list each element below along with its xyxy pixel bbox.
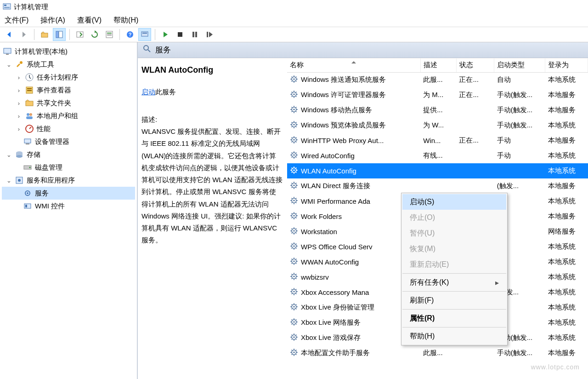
svg-line-182 [292, 278, 293, 279]
expand-icon[interactable]: › [16, 126, 22, 132]
tree-performance[interactable]: › 性能 [2, 122, 135, 135]
svg-point-194 [293, 291, 295, 293]
table-row[interactable]: Windows 许可证管理器服务为 M...正在...手动(触发...本地服务 [287, 87, 588, 103]
service-name: Xbox Live 游戏保存 [301, 333, 361, 342]
tree-root[interactable]: 计算机管理(本地) [2, 45, 135, 58]
menu-item[interactable]: 属性(R) [402, 310, 506, 326]
stop-button[interactable] [174, 28, 187, 41]
play-button[interactable] [159, 28, 172, 41]
pause-button[interactable] [188, 28, 201, 41]
col-desc[interactable]: 描述 [420, 58, 456, 72]
service-name: Workstation [301, 228, 337, 235]
tree-label: 系统工具 [27, 60, 54, 69]
service-name: WLAN AutoConfig [301, 167, 356, 175]
svg-line-71 [296, 111, 297, 112]
tree-services-apps[interactable]: ⌄ 服务和应用程序 [2, 174, 135, 187]
tree-device-manager[interactable]: 设备管理器 [2, 135, 135, 148]
refresh-button[interactable] [88, 28, 101, 41]
svg-line-191 [296, 293, 297, 294]
restart-button[interactable] [203, 28, 216, 41]
storage-icon [15, 150, 24, 159]
menu-help[interactable]: 帮助(H) [113, 16, 138, 25]
back-button[interactable] [3, 28, 16, 41]
tree-shared-folders[interactable]: › 共享文件夹 [2, 97, 135, 109]
svg-text:?: ? [129, 32, 132, 37]
up-button[interactable] [38, 28, 51, 41]
expand-icon[interactable]: › [16, 100, 22, 107]
expand-icon[interactable]: › [16, 87, 22, 94]
table-row[interactable]: Wired AutoConfig有线...手动本地系统 [287, 148, 588, 163]
tree-local-users[interactable]: › 本地用户和组 [2, 109, 135, 122]
svg-line-60 [292, 92, 293, 93]
tree-storage[interactable]: ⌄ 存储 [2, 148, 135, 161]
col-name[interactable]: 名称 [287, 58, 420, 72]
service-name: WWAN AutoConfig [301, 258, 359, 266]
table-row[interactable]: WLAN AutoConfig本地系统 [287, 163, 588, 178]
gear-icon [290, 181, 298, 191]
menu-item[interactable]: 刷新(F) [402, 293, 506, 308]
menu-file[interactable]: 文件(F) [5, 16, 28, 25]
help-button[interactable]: ? [124, 28, 136, 41]
collapse-icon[interactable]: ⌄ [6, 151, 12, 158]
svg-rect-9 [107, 34, 112, 35]
start-service-link[interactable]: 启动 [141, 88, 155, 96]
svg-line-72 [292, 111, 293, 112]
svg-line-101 [296, 157, 297, 158]
svg-line-122 [292, 187, 293, 188]
svg-point-174 [293, 260, 295, 262]
col-startup[interactable]: 启动类型 [494, 58, 545, 72]
svg-rect-12 [141, 32, 148, 36]
svg-rect-13 [142, 33, 147, 34]
svg-line-121 [296, 187, 297, 188]
svg-line-141 [296, 218, 297, 218]
menu-action[interactable]: 操作(A) [40, 16, 65, 25]
tree-event-viewer[interactable]: › 事件查看器 [2, 84, 135, 97]
export-button[interactable] [74, 28, 86, 41]
tree-system-tools[interactable]: ⌄ 系统工具 [2, 58, 135, 71]
menu-item[interactable]: 所有任务(K) [402, 275, 506, 290]
menu-item[interactable]: 启动(S) [402, 194, 506, 210]
svg-line-100 [292, 153, 293, 154]
service-desc: 为 M... [420, 87, 456, 103]
gear-icon [290, 303, 298, 312]
menu-view[interactable]: 查看(V) [77, 16, 102, 25]
menu-item: 重新启动(E) [402, 257, 506, 272]
col-logon[interactable]: 登录为 [545, 58, 588, 72]
table-row[interactable]: Windows 推送通知系统服务此服...正在...自动本地系统 [287, 72, 588, 87]
col-status[interactable]: 状态 [456, 58, 494, 72]
service-status [456, 118, 494, 133]
menu-item[interactable]: 帮助(H) [402, 328, 506, 344]
svg-line-90 [292, 138, 293, 138]
service-name: WPS Office Cloud Serv [301, 243, 373, 251]
tree-label: 任务计划程序 [37, 73, 78, 82]
gear-icon [290, 318, 298, 327]
table-row[interactable]: WinHTTP Web Proxy Aut...Win...正在...手动本地服… [287, 133, 588, 148]
tree-services[interactable]: 服务 [2, 187, 135, 200]
description-label: 描述: [141, 114, 283, 126]
svg-line-44 [148, 50, 150, 52]
gear-icon [290, 227, 298, 236]
service-startup [494, 163, 545, 178]
table-row[interactable]: WLAN Direct 服务连接(触发...本地服务 [287, 178, 588, 194]
table-row[interactable]: 本地配置文件助手服务此服...手动(触发...本地服务 [287, 345, 588, 361]
expand-icon[interactable]: › [16, 113, 22, 120]
forward-button[interactable] [17, 28, 30, 41]
svg-line-92 [292, 142, 293, 143]
svg-line-130 [292, 198, 293, 199]
svg-point-20 [20, 61, 23, 64]
tree-wmi[interactable]: WMI 控件 [2, 200, 135, 212]
expand-icon[interactable]: › [16, 74, 22, 81]
service-startup: (触发... [494, 178, 545, 194]
svg-line-181 [296, 278, 297, 279]
table-row[interactable]: Windows 移动热点服务提供...手动(触发...本地服务 [287, 103, 588, 118]
svg-rect-18 [4, 48, 11, 53]
show-hide-tree-button[interactable] [53, 28, 66, 41]
svg-line-81 [296, 126, 297, 127]
tree-task-scheduler[interactable]: › 任务计划程序 [2, 71, 135, 84]
collapse-icon[interactable]: ⌄ [6, 61, 12, 68]
tree-disk-mgmt[interactable]: 磁盘管理 [2, 161, 135, 174]
collapse-icon[interactable]: ⌄ [6, 177, 12, 184]
console-button[interactable] [138, 28, 151, 41]
table-row[interactable]: Windows 预览体验成员服务为 W...手动(触发...本地系统 [287, 118, 588, 133]
properties-button[interactable] [103, 28, 116, 41]
